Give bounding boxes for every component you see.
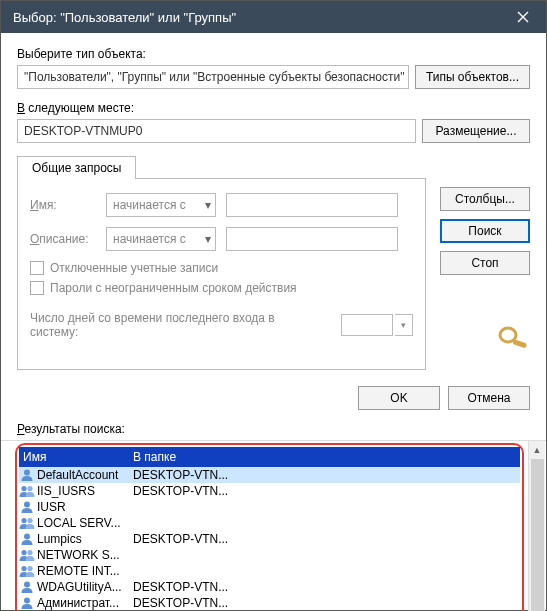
- row-name: NETWORK S...: [37, 548, 129, 562]
- column-name[interactable]: Имя: [19, 450, 129, 464]
- results-header: Имя В папке: [19, 447, 520, 467]
- columns-button[interactable]: Столбцы...: [440, 187, 530, 211]
- name-value-input[interactable]: [226, 193, 398, 217]
- list-item[interactable]: DefaultAccountDESKTOP-VTN...: [19, 467, 520, 483]
- results-highlight: Имя В папке DefaultAccountDESKTOP-VTN...…: [15, 443, 524, 611]
- row-name: REMOTE INT...: [37, 564, 129, 578]
- location-label: В следующем месте:: [17, 101, 530, 115]
- svg-point-10: [27, 550, 32, 555]
- days-since-input[interactable]: [341, 314, 393, 336]
- svg-point-5: [24, 502, 30, 508]
- list-item[interactable]: NETWORK S...: [19, 547, 520, 563]
- list-item[interactable]: REMOTE INT...: [19, 563, 520, 579]
- svg-point-11: [21, 566, 26, 571]
- magnifier-icon: [494, 325, 530, 352]
- description-label: Описание:: [30, 232, 96, 246]
- chevron-down-icon: ▾: [205, 232, 211, 246]
- svg-point-14: [24, 598, 30, 604]
- stop-button[interactable]: Стоп: [440, 251, 530, 275]
- results-label: Результаты поиска:: [17, 422, 530, 436]
- non-expiring-label: Пароли с неограниченным сроком действия: [50, 281, 297, 295]
- side-buttons: Столбцы... Поиск Стоп: [440, 155, 530, 380]
- group-icon: [19, 563, 35, 579]
- list-item[interactable]: IUSR: [19, 499, 520, 515]
- locations-button[interactable]: Размещение...: [422, 119, 530, 143]
- days-since-label: Число дней со времени последнего входа в…: [30, 311, 323, 339]
- svg-point-8: [24, 534, 30, 540]
- row-folder: DESKTOP-VTN...: [129, 580, 520, 594]
- name-label: Имя:: [30, 198, 96, 212]
- user-icon: [19, 579, 35, 595]
- dialog-body: Выберите тип объекта: "Пользователи", "Г…: [1, 33, 546, 440]
- list-item[interactable]: LumpicsDESKTOP-VTN...: [19, 531, 520, 547]
- name-mode-combo[interactable]: начинается с▾: [106, 193, 216, 217]
- svg-point-3: [21, 486, 26, 491]
- svg-point-2: [24, 470, 30, 476]
- close-icon: [517, 11, 529, 23]
- vertical-scrollbar[interactable]: ▲ ▼: [528, 441, 545, 611]
- list-item[interactable]: Администрат...DESKTOP-VTN...: [19, 595, 520, 611]
- location-field: DESKTOP-VTNMUP0: [17, 119, 416, 143]
- dialog-window: Выбор: "Пользователи" или "Группы" Выбер…: [0, 0, 547, 611]
- svg-point-13: [24, 582, 30, 588]
- search-button[interactable]: Поиск: [440, 219, 530, 243]
- svg-point-9: [21, 550, 26, 555]
- query-panel: Имя: начинается с▾ Описание: начинается …: [17, 179, 426, 370]
- svg-point-6: [21, 518, 26, 523]
- list-item[interactable]: IIS_IUSRSDESKTOP-VTN...: [19, 483, 520, 499]
- results-list[interactable]: DefaultAccountDESKTOP-VTN...IIS_IUSRSDES…: [19, 467, 520, 611]
- row-folder: DESKTOP-VTN...: [129, 532, 520, 546]
- chevron-down-icon: ▾: [205, 198, 211, 212]
- user-icon: [19, 467, 35, 483]
- list-item[interactable]: LOCAL SERV...: [19, 515, 520, 531]
- object-type-field: "Пользователи", "Группы" или "Встроенные…: [17, 65, 409, 89]
- list-item[interactable]: WDAGUtilityA...DESKTOP-VTN...: [19, 579, 520, 595]
- titlebar: Выбор: "Пользователи" или "Группы": [1, 1, 546, 33]
- user-icon: [19, 595, 35, 611]
- cancel-button[interactable]: Отмена: [448, 386, 530, 410]
- scroll-thumb[interactable]: [531, 459, 544, 611]
- row-name: Lumpics: [37, 532, 129, 546]
- group-icon: [19, 515, 35, 531]
- svg-point-12: [27, 566, 32, 571]
- svg-rect-1: [512, 339, 527, 348]
- description-mode-combo[interactable]: начинается с▾: [106, 227, 216, 251]
- row-folder: DESKTOP-VTN...: [129, 596, 520, 610]
- group-icon: [19, 483, 35, 499]
- row-folder: DESKTOP-VTN...: [129, 468, 520, 482]
- row-name: Администрат...: [37, 596, 129, 610]
- row-name: LOCAL SERV...: [37, 516, 129, 530]
- description-value-input[interactable]: [226, 227, 398, 251]
- scroll-up-icon[interactable]: ▲: [529, 441, 546, 458]
- tab-strip: Общие запросы: [17, 155, 426, 179]
- column-folder[interactable]: В папке: [129, 450, 520, 464]
- days-since-dropdown[interactable]: ▾: [395, 314, 413, 336]
- row-name: IUSR: [37, 500, 129, 514]
- user-icon: [19, 499, 35, 515]
- row-name: WDAGUtilityA...: [37, 580, 129, 594]
- svg-point-0: [500, 328, 516, 342]
- close-button[interactable]: [500, 1, 546, 33]
- row-name: IIS_IUSRS: [37, 484, 129, 498]
- row-name: DefaultAccount: [37, 468, 129, 482]
- ok-button[interactable]: OK: [358, 386, 440, 410]
- tab-common-queries[interactable]: Общие запросы: [17, 156, 136, 179]
- svg-point-4: [27, 486, 32, 491]
- row-folder: DESKTOP-VTN...: [129, 484, 520, 498]
- non-expiring-checkbox[interactable]: [30, 281, 44, 295]
- svg-point-7: [27, 518, 32, 523]
- titlebar-text: Выбор: "Пользователи" или "Группы": [13, 10, 236, 25]
- disabled-accounts-checkbox[interactable]: [30, 261, 44, 275]
- object-type-label: Выберите тип объекта:: [17, 47, 530, 61]
- group-icon: [19, 547, 35, 563]
- disabled-accounts-label: Отключенные учетные записи: [50, 261, 218, 275]
- object-types-button[interactable]: Типы объектов...: [415, 65, 530, 89]
- user-icon: [19, 531, 35, 547]
